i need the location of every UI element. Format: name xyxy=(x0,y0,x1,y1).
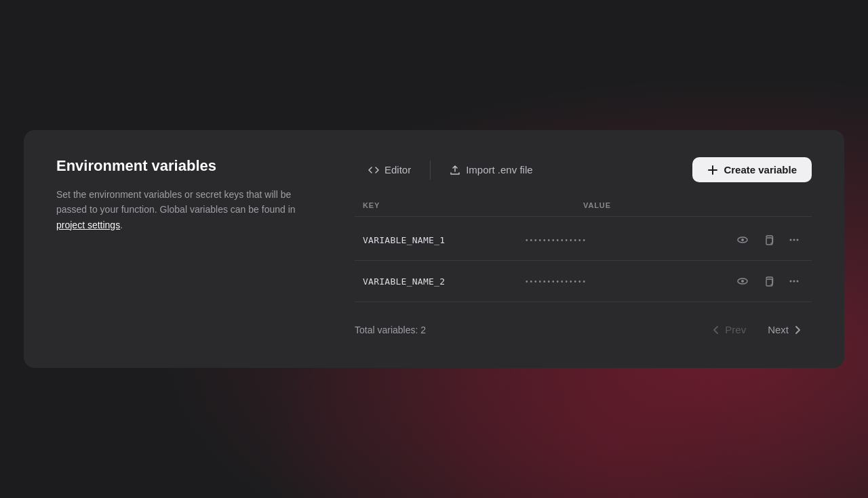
row-actions-1 xyxy=(733,230,804,249)
code-icon xyxy=(368,165,379,175)
svg-point-7 xyxy=(741,280,744,283)
more-options-button-2[interactable] xyxy=(785,272,804,291)
svg-point-3 xyxy=(790,239,792,241)
variable-dots-1: •••••••••••••• xyxy=(526,236,725,244)
plus-icon xyxy=(707,165,718,175)
chevron-left-icon xyxy=(711,325,721,335)
svg-point-11 xyxy=(797,281,799,283)
right-panel: Editor Import .env file Create variable … xyxy=(355,157,812,341)
copy-icon xyxy=(763,234,774,246)
project-settings-link[interactable]: project settings xyxy=(56,220,120,230)
toolbar: Editor Import .env file Create variable xyxy=(355,157,812,182)
create-variable-button[interactable]: Create variable xyxy=(692,157,812,182)
panel-description: Set the environment variables or secret … xyxy=(56,187,314,232)
copy-button-1[interactable] xyxy=(759,230,778,249)
svg-point-1 xyxy=(741,238,744,241)
variable-key-2: VARIABLE_NAME_2 xyxy=(363,276,526,287)
row-actions-2 xyxy=(733,272,804,291)
env-variables-card: Environment variables Set the environmen… xyxy=(24,130,844,368)
table-header: KEY VALUE xyxy=(355,201,812,217)
toolbar-divider xyxy=(430,161,431,180)
svg-point-10 xyxy=(793,281,795,283)
row-value-1: •••••••••••••• xyxy=(526,230,804,249)
next-button[interactable]: Next xyxy=(758,318,812,341)
table-footer: Total variables: 2 Prev Next xyxy=(355,316,812,341)
description-text-2: . xyxy=(120,220,123,230)
description-text-1: Set the environment variables or secret … xyxy=(56,189,296,215)
toggle-visibility-button-2[interactable] xyxy=(733,272,752,291)
more-dots-icon xyxy=(788,275,800,287)
eye-icon xyxy=(736,275,749,287)
table-row: VARIABLE_NAME_1 •••••••••••••• xyxy=(355,220,812,261)
copy-icon xyxy=(763,276,774,287)
key-column-header: KEY xyxy=(363,201,583,209)
left-panel: Environment variables Set the environmen… xyxy=(56,157,314,232)
chevron-right-icon xyxy=(793,325,802,335)
svg-point-5 xyxy=(797,239,799,241)
editor-button[interactable]: Editor xyxy=(355,157,425,182)
table-row: VARIABLE_NAME_2 •••••••••••••• xyxy=(355,261,812,302)
value-column-header: VALUE xyxy=(583,201,804,209)
prev-button[interactable]: Prev xyxy=(702,318,755,341)
import-env-button[interactable]: Import .env file xyxy=(436,157,546,182)
eye-icon xyxy=(736,234,749,246)
upload-icon xyxy=(450,165,460,175)
copy-button-2[interactable] xyxy=(759,272,778,291)
variable-key-1: VARIABLE_NAME_1 xyxy=(363,235,526,245)
page-title: Environment variables xyxy=(56,157,314,175)
pagination: Prev Next xyxy=(702,318,812,341)
row-value-2: •••••••••••••• xyxy=(526,272,804,291)
svg-point-4 xyxy=(793,239,795,241)
variable-dots-2: •••••••••••••• xyxy=(526,278,725,285)
svg-point-9 xyxy=(790,281,792,283)
more-options-button-1[interactable] xyxy=(785,230,804,249)
toggle-visibility-button-1[interactable] xyxy=(733,230,752,249)
more-dots-icon xyxy=(788,234,800,246)
total-variables-label: Total variables: 2 xyxy=(355,325,426,335)
